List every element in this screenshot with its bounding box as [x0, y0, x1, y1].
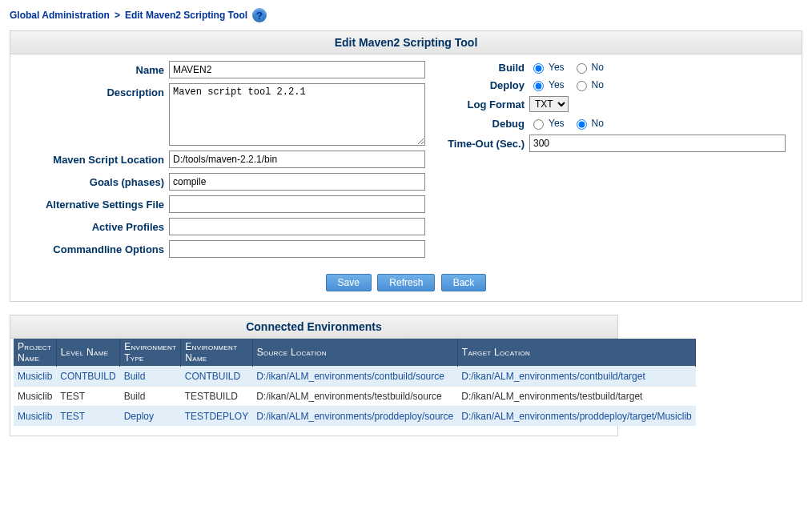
- table-cell[interactable]: Musiclib: [14, 367, 56, 387]
- panel-title: Edit Maven2 Scripting Tool: [10, 31, 802, 54]
- label-deploy: Deploy: [433, 79, 529, 91]
- label-timeout: Time-Out (Sec.): [433, 138, 529, 150]
- connected-environments-panel: Connected Environments Project Name Leve…: [10, 315, 618, 436]
- description-input[interactable]: Maven script tool 2.2.1: [169, 83, 425, 146]
- table-cell[interactable]: D:/ikan/ALM_environments/contbuild/sourc…: [252, 367, 457, 387]
- build-yes-option[interactable]: Yes: [529, 61, 565, 74]
- cell-link[interactable]: Musiclib: [18, 371, 52, 382]
- label-goals: Goals (phases): [17, 176, 169, 188]
- alt-settings-input[interactable]: [169, 195, 425, 213]
- label-name: Name: [17, 64, 169, 76]
- help-icon[interactable]: ?: [252, 8, 267, 22]
- label-build: Build: [433, 62, 529, 74]
- deploy-no-option[interactable]: No: [573, 78, 604, 91]
- table-cell[interactable]: Deploy: [120, 407, 181, 427]
- build-radio-group: Yes No: [529, 61, 604, 74]
- col-target: Target Location: [457, 339, 695, 367]
- debug-yes-option[interactable]: Yes: [529, 117, 565, 130]
- deploy-yes-option[interactable]: Yes: [529, 78, 565, 91]
- breadcrumb-part2: Edit Maven2 Scripting Tool: [125, 10, 247, 21]
- label-description: Description: [17, 83, 169, 98]
- cell-link[interactable]: CONTBUILD: [60, 371, 115, 382]
- cell-link[interactable]: Build: [124, 371, 146, 382]
- debug-no-radio[interactable]: [577, 119, 587, 130]
- breadcrumb-sep: >: [115, 10, 120, 21]
- log-format-select[interactable]: TXT: [529, 96, 569, 112]
- edit-panel: Edit Maven2 Scripting Tool Name Descript…: [10, 30, 802, 302]
- name-input[interactable]: [169, 61, 425, 78]
- debug-no-option[interactable]: No: [573, 117, 604, 130]
- table-cell[interactable]: TEST: [56, 407, 119, 427]
- back-button[interactable]: Back: [441, 274, 487, 291]
- table-cell[interactable]: D:/ikan/ALM_environments/contbuild/targe…: [457, 367, 695, 387]
- debug-radio-group: Yes No: [529, 117, 604, 130]
- table-cell: Musiclib: [14, 387, 56, 407]
- table-cell: TESTBUILD: [181, 387, 252, 407]
- table-cell[interactable]: Musiclib: [14, 407, 56, 427]
- cell-link[interactable]: D:/ikan/ALM_environments/proddeploy/targ…: [461, 411, 691, 422]
- cell-link[interactable]: TEST: [60, 411, 85, 422]
- save-button[interactable]: Save: [326, 274, 372, 291]
- breadcrumb: Global Administration>Edit Maven2 Script…: [6, 6, 806, 30]
- deploy-yes-radio[interactable]: [533, 81, 544, 91]
- col-source: Source Location: [252, 339, 457, 367]
- label-debug: Debug: [433, 118, 529, 130]
- env-table: Project Name Level Name Environment Type…: [14, 339, 696, 426]
- label-cmd-options: Commandline Options: [17, 243, 169, 255]
- table-row: MusiclibTESTDeployTESTDEPLOYD:/ikan/ALM_…: [14, 407, 696, 427]
- table-cell: D:/ikan/ALM_environments/testbuild/targe…: [457, 387, 695, 407]
- table-cell[interactable]: D:/ikan/ALM_environments/proddeploy/sour…: [252, 407, 457, 427]
- goals-input[interactable]: [169, 173, 425, 191]
- col-env-name: Environment Name: [181, 339, 252, 367]
- env-panel-title: Connected Environments: [10, 315, 617, 339]
- breadcrumb-part1[interactable]: Global Administration: [10, 10, 110, 21]
- col-level: Level Name: [56, 339, 119, 367]
- build-no-radio[interactable]: [577, 63, 587, 74]
- table-cell: D:/ikan/ALM_environments/testbuild/sourc…: [252, 387, 457, 407]
- cell-link[interactable]: CONTBUILD: [185, 371, 240, 382]
- cell-link[interactable]: D:/ikan/ALM_environments/proddeploy/sour…: [256, 411, 453, 422]
- cmd-options-input[interactable]: [169, 240, 425, 258]
- build-no-option[interactable]: No: [573, 61, 604, 74]
- cell-link[interactable]: D:/ikan/ALM_environments/contbuild/sourc…: [256, 371, 444, 382]
- timeout-input[interactable]: [529, 135, 786, 152]
- col-env-type: Environment Type: [120, 339, 181, 367]
- table-cell: TEST: [56, 387, 119, 407]
- build-yes-radio[interactable]: [533, 63, 544, 74]
- button-row: Save Refresh Back: [10, 274, 802, 291]
- cell-link[interactable]: Musiclib: [18, 411, 52, 422]
- debug-yes-radio[interactable]: [533, 119, 544, 130]
- table-cell[interactable]: D:/ikan/ALM_environments/proddeploy/targ…: [457, 407, 695, 427]
- col-project: Project Name: [14, 339, 56, 367]
- label-maven-script-location: Maven Script Location: [17, 154, 169, 166]
- maven-script-location-input[interactable]: [169, 151, 425, 168]
- table-cell: Build: [120, 387, 181, 407]
- cell-link[interactable]: TESTDEPLOY: [185, 411, 248, 422]
- label-log-format: Log Format: [433, 98, 529, 110]
- table-cell[interactable]: TESTDEPLOY: [181, 407, 252, 427]
- deploy-radio-group: Yes No: [529, 78, 604, 91]
- active-profiles-input[interactable]: [169, 218, 425, 235]
- table-cell[interactable]: Build: [120, 367, 181, 387]
- table-cell[interactable]: CONTBUILD: [181, 367, 252, 387]
- table-cell[interactable]: CONTBUILD: [56, 367, 119, 387]
- deploy-no-radio[interactable]: [577, 81, 587, 91]
- label-active-profiles: Active Profiles: [17, 221, 169, 233]
- refresh-button[interactable]: Refresh: [377, 274, 435, 291]
- cell-link[interactable]: D:/ikan/ALM_environments/contbuild/targe…: [461, 371, 645, 382]
- table-row: MusiclibCONTBUILDBuildCONTBUILDD:/ikan/A…: [14, 367, 696, 387]
- cell-link[interactable]: Deploy: [124, 411, 154, 422]
- label-alt-settings: Alternative Settings File: [17, 199, 169, 211]
- table-row: MusiclibTESTBuildTESTBUILDD:/ikan/ALM_en…: [14, 387, 696, 407]
